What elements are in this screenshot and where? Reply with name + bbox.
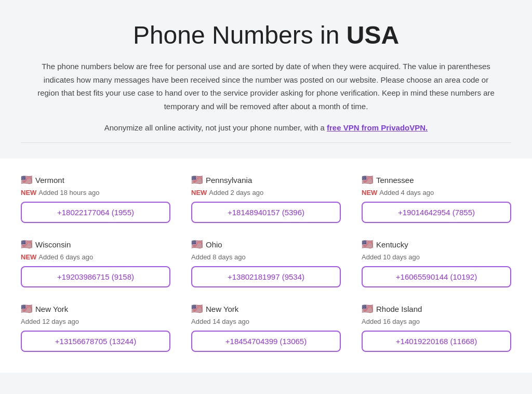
section-divider: [21, 142, 511, 143]
added-info: Added 14 days ago: [191, 318, 341, 325]
added-info: Added 16 days ago: [362, 318, 511, 325]
region-label: 🇺🇸Ohio: [191, 239, 341, 250]
new-badge: NEW: [191, 189, 207, 196]
flag-icon: 🇺🇸: [362, 239, 373, 250]
region-name: Tennessee: [376, 176, 414, 185]
vpn-link[interactable]: free VPN from PrivadoVPN.: [327, 123, 428, 132]
region-name: Wisconsin: [35, 240, 71, 249]
region-label: 🇺🇸Vermont: [21, 174, 170, 186]
content-section: 🇺🇸VermontNEWAdded 18 hours ago+180221770…: [0, 159, 532, 373]
phone-number-button[interactable]: +19014642954 (7855): [362, 202, 511, 223]
region-name: Vermont: [35, 176, 64, 185]
added-info: Added 12 days ago: [21, 318, 170, 325]
page-title: Phone Numbers in USA: [21, 21, 511, 49]
added-info: NEWAdded 6 days ago: [21, 253, 170, 261]
phone-item: 🇺🇸WisconsinNEWAdded 6 days ago+192039867…: [21, 239, 170, 287]
header-section: Phone Numbers in USA The phone numbers b…: [0, 0, 532, 159]
region-name: Kentucky: [376, 240, 408, 249]
phone-number-button[interactable]: +13156678705 (13244): [21, 331, 170, 352]
region-name: New York: [35, 305, 68, 313]
flag-icon: 🇺🇸: [362, 303, 373, 314]
phone-number-button[interactable]: +18148940157 (5396): [191, 202, 341, 223]
added-info: NEWAdded 2 days ago: [191, 189, 341, 196]
region-name: New York: [206, 305, 238, 313]
phone-item: 🇺🇸PennsylvaniaNEWAdded 2 days ago+181489…: [191, 174, 341, 223]
added-info: Added 10 days ago: [362, 253, 511, 261]
flag-icon: 🇺🇸: [21, 303, 32, 314]
phone-number-button[interactable]: +19203986715 (9158): [21, 266, 170, 287]
flag-icon: 🇺🇸: [21, 174, 32, 186]
phone-number-button[interactable]: +13802181997 (9534): [191, 266, 341, 287]
phone-number-button[interactable]: +16065590144 (10192): [362, 266, 511, 287]
phone-item: 🇺🇸KentuckyAdded 10 days ago+16065590144 …: [362, 239, 511, 287]
phone-number-button[interactable]: +14019220168 (11668): [362, 331, 511, 352]
phone-item: 🇺🇸Rhode IslandAdded 16 days ago+14019220…: [362, 303, 511, 352]
phone-item: 🇺🇸TennesseeNEWAdded 4 days ago+190146429…: [362, 174, 511, 223]
new-badge: NEW: [21, 253, 36, 261]
phone-item: 🇺🇸OhioAdded 8 days ago+13802181997 (9534…: [191, 239, 341, 287]
flag-icon: 🇺🇸: [21, 239, 32, 250]
new-badge: NEW: [362, 189, 377, 196]
phone-item: 🇺🇸VermontNEWAdded 18 hours ago+180221770…: [21, 174, 170, 223]
flag-icon: 🇺🇸: [191, 174, 203, 186]
flag-icon: 🇺🇸: [191, 239, 203, 250]
description-text: The phone numbers below are free for per…: [32, 60, 500, 113]
flag-icon: 🇺🇸: [362, 174, 373, 186]
phone-number-button[interactable]: +18022177064 (1955): [21, 202, 170, 223]
new-badge: NEW: [21, 189, 36, 196]
region-name: Pennsylvania: [206, 176, 252, 185]
flag-icon: 🇺🇸: [191, 303, 203, 314]
region-name: Rhode Island: [376, 305, 422, 313]
added-info: NEWAdded 4 days ago: [362, 189, 511, 196]
region-label: 🇺🇸Tennessee: [362, 174, 511, 186]
phone-item: 🇺🇸New YorkAdded 14 days ago+18454704399 …: [191, 303, 341, 352]
added-info: NEWAdded 18 hours ago: [21, 189, 170, 196]
region-label: 🇺🇸Kentucky: [362, 239, 511, 250]
phone-number-button[interactable]: +18454704399 (13065): [191, 331, 341, 352]
region-name: Ohio: [206, 240, 222, 249]
phone-item: 🇺🇸New YorkAdded 12 days ago+13156678705 …: [21, 303, 170, 352]
region-label: 🇺🇸New York: [191, 303, 341, 314]
added-info: Added 8 days ago: [191, 253, 341, 261]
vpn-promo-line: Anonymize all online activity, not just …: [21, 123, 511, 132]
region-label: 🇺🇸Rhode Island: [362, 303, 511, 314]
region-label: 🇺🇸Wisconsin: [21, 239, 170, 250]
region-label: 🇺🇸Pennsylvania: [191, 174, 341, 186]
phone-grid: 🇺🇸VermontNEWAdded 18 hours ago+180221770…: [21, 174, 511, 352]
region-label: 🇺🇸New York: [21, 303, 170, 314]
